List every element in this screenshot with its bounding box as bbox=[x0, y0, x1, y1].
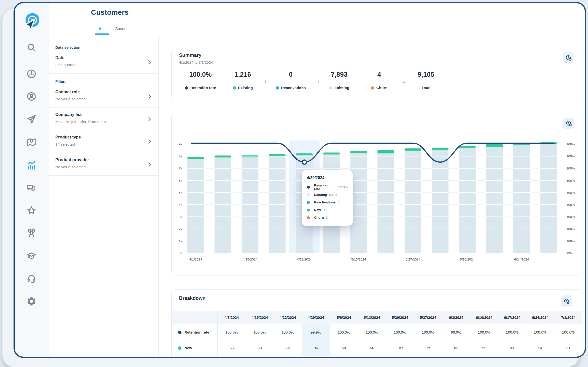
right-axis-label: 99% bbox=[566, 251, 573, 255]
bar-existing[interactable] bbox=[350, 152, 367, 253]
bar-new[interactable] bbox=[459, 146, 476, 148]
chevron-right-icon bbox=[147, 93, 152, 100]
table-cell: 31 bbox=[554, 340, 582, 356]
filter-item-company-list[interactable]: Company list Most likely to refer, Promo… bbox=[49, 108, 158, 130]
table-column-header: 4/8/2024 bbox=[218, 311, 246, 324]
bar-existing[interactable] bbox=[214, 157, 231, 253]
filter-item-contact-role[interactable]: Contact role No value selected bbox=[49, 85, 158, 108]
table-column-header: 7/1/2024 bbox=[554, 311, 582, 324]
tooltip-label: New bbox=[314, 208, 321, 212]
tooltip-row: Retention rate99.9% bbox=[307, 183, 348, 191]
bar-new[interactable] bbox=[432, 148, 449, 150]
x-axis-label: 6/24/2024 bbox=[514, 258, 529, 261]
bar-new[interactable] bbox=[377, 150, 394, 153]
dashboard-gauge-icon[interactable] bbox=[26, 68, 37, 79]
send-campaign-icon[interactable] bbox=[26, 114, 37, 125]
table-row-label: Retention rate bbox=[172, 324, 218, 340]
data-selection-heading: Data selection bbox=[49, 39, 158, 51]
table-cell: 83 bbox=[442, 340, 470, 356]
tab-all[interactable]: All bbox=[98, 27, 104, 31]
legend-dot bbox=[307, 186, 310, 189]
chart-card: 01k2k3k4k5k6k7k8k9k99%100%100%100%100%10… bbox=[171, 113, 583, 275]
y-axis-label: 4k bbox=[179, 203, 182, 207]
tooltip-row: Existing8,143 bbox=[307, 191, 348, 199]
row-label-text: Retention rate bbox=[184, 330, 209, 334]
filter-label: Product type bbox=[55, 135, 144, 140]
y-axis-label: 8k bbox=[179, 154, 182, 158]
conversations-icon[interactable] bbox=[26, 182, 37, 193]
bar-existing[interactable] bbox=[432, 149, 449, 253]
bar-new[interactable] bbox=[350, 151, 367, 153]
chevron-right-icon bbox=[147, 161, 152, 168]
table-cell: 100.0% bbox=[498, 324, 526, 340]
metric-label: Total bbox=[404, 86, 448, 90]
contacts-icon[interactable] bbox=[26, 91, 37, 102]
table-column-header: 6/3/2024 bbox=[442, 311, 470, 324]
table-column-header: 6/24/2024 bbox=[526, 311, 554, 324]
bar-new[interactable] bbox=[296, 153, 313, 155]
bar-new[interactable] bbox=[323, 153, 340, 154]
chevron-right-icon bbox=[147, 116, 152, 123]
summary-metric: 4Churn bbox=[357, 71, 401, 90]
breakdown-table: 4/8/20244/15/20244/22/20244/29/20245/6/2… bbox=[172, 311, 582, 356]
tooltip-row: New96 bbox=[307, 206, 348, 214]
settings-gear-icon[interactable] bbox=[26, 296, 37, 307]
broadcast-antenna-icon[interactable] bbox=[26, 228, 37, 238]
bar-existing[interactable] bbox=[187, 158, 204, 253]
bar-existing[interactable] bbox=[377, 153, 394, 253]
summary-metric: 100.0%Retention rate bbox=[178, 71, 223, 90]
metric-underline bbox=[414, 82, 438, 82]
bar-new[interactable] bbox=[405, 148, 421, 151]
filter-value: No value selected bbox=[55, 97, 144, 101]
filter-item-date[interactable]: Date Last quarter bbox=[49, 51, 158, 74]
bar-new[interactable] bbox=[269, 154, 286, 156]
tooltip-label: Retention rate bbox=[314, 184, 336, 191]
tooltip-row: Churn2 bbox=[307, 214, 348, 221]
add-to-dashboard-button[interactable] bbox=[561, 295, 572, 307]
filter-label: Date bbox=[55, 55, 144, 60]
filter-value: 14 selected bbox=[55, 142, 144, 147]
bar-existing[interactable] bbox=[513, 144, 530, 253]
bar-new[interactable] bbox=[486, 144, 503, 147]
bar-existing[interactable] bbox=[459, 147, 476, 253]
tooltip-label: Churn bbox=[314, 216, 324, 219]
legend-dot bbox=[307, 209, 310, 212]
bar-new[interactable] bbox=[187, 157, 204, 159]
breakdown-title: Breakdown bbox=[179, 295, 206, 301]
right-axis-label: 100% bbox=[566, 239, 575, 243]
bar-existing[interactable] bbox=[269, 155, 286, 253]
table-cell: 99.9% bbox=[442, 324, 470, 340]
map-icon[interactable] bbox=[26, 137, 37, 148]
divider bbox=[172, 67, 583, 67]
tooltip-value: 8,143 bbox=[329, 193, 337, 197]
y-axis-label: 2k bbox=[179, 227, 182, 231]
metric-value: 7,893 bbox=[317, 71, 361, 78]
metric-label: Existing bbox=[317, 86, 361, 90]
tooltip-row: Reactivations0 bbox=[307, 199, 348, 206]
support-headset-icon[interactable] bbox=[26, 273, 37, 284]
bar-existing[interactable] bbox=[405, 150, 421, 253]
metric-label: Churn bbox=[357, 86, 401, 90]
filter-item-product-provider[interactable]: Product provider No value selected bbox=[49, 153, 158, 176]
search-icon[interactable] bbox=[26, 42, 37, 53]
metric-label: Existing bbox=[221, 86, 265, 90]
table-column-header: 5/13/2024 bbox=[358, 311, 386, 324]
filter-item-product-type[interactable]: Product type 14 selected bbox=[49, 130, 158, 153]
academy-graduation-icon[interactable] bbox=[26, 250, 37, 261]
right-axis-label: 100% bbox=[566, 167, 575, 170]
bar-new[interactable] bbox=[214, 155, 231, 157]
right-axis-label: 100% bbox=[566, 215, 575, 219]
favorites-star-icon[interactable] bbox=[26, 205, 37, 216]
summary-metric: 0Reactivations bbox=[269, 71, 313, 90]
add-to-dashboard-button[interactable] bbox=[563, 52, 574, 63]
tooltip-label: Existing bbox=[314, 193, 327, 197]
app-logo[interactable] bbox=[22, 13, 41, 32]
table-cell: 100.0% bbox=[526, 324, 554, 340]
tab-saved[interactable]: Saved bbox=[115, 27, 127, 31]
metric-label-text: Existing bbox=[334, 86, 349, 90]
analytics-icon-active[interactable] bbox=[26, 160, 37, 171]
table-cell: 100.0% bbox=[246, 324, 274, 340]
metric-label-text: Retention rate bbox=[190, 86, 216, 90]
bar-existing[interactable] bbox=[486, 146, 503, 253]
bar-existing[interactable] bbox=[540, 144, 557, 253]
